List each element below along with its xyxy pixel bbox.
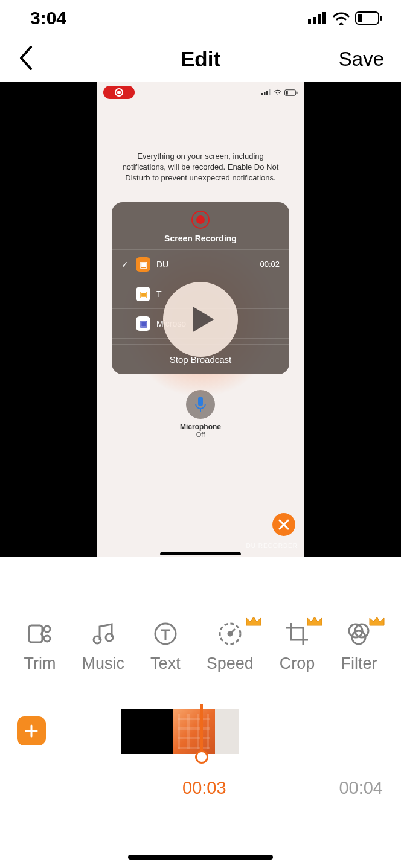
- tool-text[interactable]: Text: [150, 622, 181, 673]
- back-button[interactable]: [17, 46, 35, 72]
- video-preview[interactable]: Everything on your screen, including not…: [0, 82, 401, 557]
- save-button[interactable]: Save: [339, 48, 384, 71]
- tool-label: Crop: [280, 654, 315, 673]
- svg-rect-1: [313, 17, 316, 24]
- speed-icon: [218, 622, 242, 646]
- inner-status-bar: [97, 82, 304, 103]
- inner-home-indicator: [160, 552, 241, 555]
- check-icon: ✓: [121, 260, 130, 269]
- status-indicators: [308, 11, 383, 25]
- playhead[interactable]: [200, 704, 203, 759]
- total-time: 00:04: [339, 778, 383, 798]
- crown-icon: [368, 614, 385, 630]
- wifi-icon: [332, 11, 350, 25]
- svg-rect-6: [380, 16, 382, 21]
- card-header: Screen Recording: [112, 202, 289, 249]
- status-bar: 3:04: [0, 0, 401, 36]
- svg-rect-0: [308, 19, 311, 24]
- svg-rect-12: [286, 91, 288, 95]
- battery-icon: [284, 89, 298, 96]
- tool-music[interactable]: Music: [82, 622, 125, 673]
- clip-thumbnail[interactable]: [173, 709, 215, 754]
- time-display: 00:03 00:04: [0, 764, 401, 798]
- clip-track[interactable]: [121, 709, 239, 754]
- cellular-icon: [308, 12, 327, 24]
- svg-rect-2: [318, 14, 321, 24]
- clip-thumbnail[interactable]: [215, 709, 239, 754]
- microphone-block: Microphone Off: [97, 390, 304, 438]
- svg-point-22: [228, 632, 232, 636]
- nav-bar: Edit Save: [0, 36, 401, 82]
- tool-label: Filter: [341, 654, 377, 673]
- wifi-icon: [274, 89, 282, 95]
- status-time: 3:04: [30, 8, 66, 28]
- clip-thumbnail[interactable]: [121, 709, 173, 754]
- svg-rect-8: [264, 92, 266, 95]
- tool-label: Text: [150, 654, 181, 673]
- tool-label: Trim: [24, 654, 56, 673]
- app-icon: ▣: [136, 257, 150, 272]
- app-time: 00:02: [260, 260, 280, 269]
- svg-rect-13: [297, 91, 298, 94]
- svg-rect-5: [358, 14, 362, 22]
- svg-rect-14: [198, 397, 203, 406]
- close-fab: [272, 513, 295, 536]
- page-title: Edit: [181, 47, 220, 71]
- tool-label: Music: [82, 654, 125, 673]
- app-row-du: ✓ ▣ DU 00:02: [112, 249, 289, 279]
- tool-label: Speed: [207, 654, 254, 673]
- svg-rect-15: [29, 625, 42, 642]
- app-icon: ▣: [136, 316, 150, 331]
- app-label: DU: [156, 260, 254, 269]
- filter-icon: [347, 622, 371, 646]
- microphone-label: Microphone: [97, 423, 304, 431]
- add-clip-button[interactable]: [17, 716, 46, 745]
- play-button[interactable]: [163, 282, 238, 357]
- tool-filter[interactable]: Filter: [341, 622, 377, 673]
- tool-row: Trim Music Text Speed Crop Filter: [0, 557, 401, 673]
- svg-point-17: [44, 636, 50, 642]
- current-time: 00:03: [182, 778, 226, 798]
- card-title: Screen Recording: [112, 234, 289, 243]
- timeline[interactable]: [0, 709, 401, 764]
- battery-icon: [355, 11, 383, 25]
- app-icon: ▣: [136, 287, 150, 301]
- svg-rect-3: [322, 12, 326, 24]
- svg-point-16: [44, 626, 50, 632]
- record-icon: [191, 211, 210, 229]
- trim-icon: [28, 622, 52, 646]
- tool-crop[interactable]: Crop: [280, 622, 315, 673]
- tool-trim[interactable]: Trim: [24, 622, 56, 673]
- text-icon: [153, 622, 178, 646]
- microphone-status: Off: [97, 431, 304, 438]
- crown-icon: [245, 614, 262, 630]
- home-indicator[interactable]: [128, 855, 273, 860]
- cellular-icon: [261, 89, 271, 95]
- microphone-icon: [186, 390, 215, 419]
- crop-icon: [285, 622, 309, 646]
- recording-notice: Everything on your screen, including not…: [97, 103, 304, 202]
- music-icon: [91, 622, 115, 646]
- svg-rect-10: [269, 89, 271, 95]
- preview-frame: Everything on your screen, including not…: [97, 82, 304, 557]
- crown-icon: [306, 614, 323, 630]
- svg-rect-7: [261, 93, 263, 95]
- tool-speed[interactable]: Speed: [207, 622, 254, 673]
- recording-pill: [103, 86, 135, 99]
- watermark: DU RECORDER: [246, 543, 298, 549]
- svg-rect-9: [266, 91, 268, 95]
